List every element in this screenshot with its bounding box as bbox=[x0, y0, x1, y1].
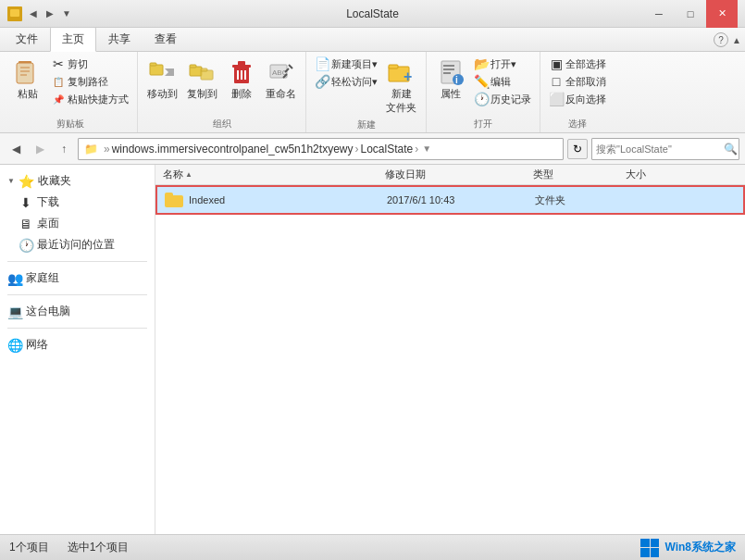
new-small-buttons: 📄 新建项目▾ 🔗 轻松访问▾ bbox=[312, 56, 380, 90]
refresh-button[interactable]: ↻ bbox=[567, 139, 588, 159]
delete-button[interactable]: 删除 bbox=[223, 56, 260, 103]
edit-icon: ✏️ bbox=[474, 74, 489, 89]
file-list: 名称 ▲ 修改日期 类型 大小 Indexed 2017/6/1 10:43 文… bbox=[155, 165, 745, 534]
sidebar-item-desktop[interactable]: 🖥 桌面 bbox=[0, 213, 155, 234]
search-icon[interactable]: 🔍 bbox=[724, 143, 738, 156]
open-button[interactable]: 📂 打开▾ bbox=[471, 56, 534, 72]
sidebar-divider-1 bbox=[7, 261, 147, 262]
select-none-button[interactable]: □ 全部取消 bbox=[546, 73, 609, 90]
status-brand: Win8系统之家 bbox=[640, 539, 736, 557]
thispc-label: 这台电脑 bbox=[26, 304, 70, 319]
svg-rect-6 bbox=[150, 63, 156, 66]
col-type-header[interactable]: 类型 bbox=[529, 168, 622, 181]
help-button[interactable]: ? bbox=[714, 32, 728, 47]
invert-selection-button[interactable]: ⬜ 反向选择 bbox=[546, 91, 609, 107]
history-button[interactable]: 🕐 历史记录 bbox=[471, 91, 534, 107]
selected-count: 选中1个项目 bbox=[68, 540, 130, 555]
svg-rect-5 bbox=[150, 65, 163, 75]
col-name-header[interactable]: 名称 ▲ bbox=[159, 168, 381, 181]
minimize-button[interactable]: ─ bbox=[643, 0, 675, 28]
svg-rect-3 bbox=[20, 70, 30, 72]
copy-to-button[interactable]: 复制到 bbox=[183, 56, 221, 103]
sort-arrow-icon: ▲ bbox=[185, 170, 192, 179]
move-to-label: 移动到 bbox=[147, 87, 178, 101]
new-content: 📄 新建项目▾ 🔗 轻松访问▾ + 新建 文件夹 bbox=[312, 56, 420, 117]
ribbon-collapse[interactable]: ▲ bbox=[732, 35, 741, 45]
win8-tile-3 bbox=[640, 548, 650, 557]
open-icon: 📂 bbox=[474, 56, 489, 71]
select-all-button[interactable]: ▣ 全部选择 bbox=[546, 56, 609, 72]
address-part-current[interactable]: LocalState bbox=[360, 143, 413, 156]
sidebar-header-network[interactable]: 🌐 网络 bbox=[0, 334, 155, 355]
address-dropdown[interactable]: ▼ bbox=[422, 143, 431, 154]
svg-text:i: i bbox=[455, 75, 458, 85]
quick-access-dropdown[interactable]: ▼ bbox=[59, 6, 74, 21]
rename-label: 重命名 bbox=[266, 87, 296, 101]
download-label: 下载 bbox=[37, 194, 59, 210]
sidebar-item-download[interactable]: ⬇ 下载 bbox=[0, 192, 155, 213]
edit-button[interactable]: ✏️ 编辑 bbox=[471, 73, 534, 90]
file-row-indexed[interactable]: Indexed 2017/6/1 10:43 文件夹 bbox=[155, 185, 745, 215]
cut-button[interactable]: ✂ 剪切 bbox=[48, 56, 131, 72]
svg-rect-4 bbox=[20, 74, 27, 76]
col-date-header[interactable]: 修改日期 bbox=[381, 168, 529, 181]
status-info: 1个项目 选中1个项目 bbox=[9, 540, 129, 555]
new-folder-label: 新建 文件夹 bbox=[386, 87, 416, 115]
window-title: LocalState bbox=[346, 7, 399, 20]
paste-button[interactable]: 粘贴 bbox=[9, 56, 46, 103]
address-folder-icon: 📁 bbox=[84, 143, 98, 156]
easy-access-icon: 🔗 bbox=[315, 74, 329, 89]
copy-path-button[interactable]: 📋 复制路径 bbox=[48, 73, 131, 90]
quick-access-forward[interactable]: ▶ bbox=[43, 6, 57, 21]
paste-shortcut-button[interactable]: 📌 粘贴快捷方式 bbox=[48, 91, 131, 107]
nav-forward-button[interactable]: ▶ bbox=[30, 139, 50, 159]
move-to-button[interactable]: 移动到 bbox=[143, 56, 181, 103]
win8-logo: Win8系统之家 bbox=[640, 539, 736, 557]
win8-tiles-icon bbox=[640, 539, 659, 557]
tab-file[interactable]: 文件 bbox=[4, 27, 50, 51]
sidebar-header-homegroup[interactable]: 👥 家庭组 bbox=[0, 268, 155, 289]
search-input[interactable] bbox=[596, 143, 724, 155]
sidebar-item-recent[interactable]: 🕐 最近访问的位置 bbox=[0, 234, 155, 255]
open-small-buttons: 📂 打开▾ ✏️ 编辑 🕐 历史记录 bbox=[471, 56, 534, 107]
svg-rect-11 bbox=[201, 68, 207, 71]
win8-tile-2 bbox=[651, 539, 660, 548]
svg-rect-29 bbox=[443, 72, 451, 74]
svg-point-30 bbox=[453, 74, 464, 85]
select-none-icon: □ bbox=[549, 74, 564, 89]
svg-rect-1 bbox=[17, 63, 33, 83]
tab-share[interactable]: 共享 bbox=[96, 27, 143, 51]
nav-up-button[interactable]: ↑ bbox=[54, 139, 74, 159]
rename-button[interactable]: ABC 重命名 bbox=[262, 56, 300, 103]
close-button[interactable]: ✕ bbox=[706, 0, 738, 28]
properties-button[interactable]: i 属性 bbox=[432, 56, 469, 103]
sidebar-favorites: ▼ ⭐ 收藏夹 ⬇ 下载 🖥 桌面 🕐 最近访问的位置 bbox=[0, 170, 155, 255]
address-part-parent[interactable]: windows.immersivecontrolpanel_cw5n1h2txy… bbox=[112, 143, 354, 156]
paste-icon bbox=[13, 57, 43, 87]
sidebar-header-favorites[interactable]: ▼ ⭐ 收藏夹 bbox=[0, 170, 155, 192]
easy-access-button[interactable]: 🔗 轻松访问▾ bbox=[312, 73, 380, 90]
tab-home[interactable]: 主页 bbox=[50, 27, 96, 52]
organize-group: 移动到 复制到 bbox=[138, 52, 306, 132]
col-size-header[interactable]: 大小 bbox=[622, 168, 696, 181]
brand-text: Win8系统之家 bbox=[664, 540, 736, 555]
clipboard-group: 粘贴 ✂ 剪切 📋 复制路径 📌 粘贴快捷方式 剪贴板 bbox=[4, 52, 138, 132]
sidebar-header-thispc[interactable]: 💻 这台电脑 bbox=[0, 301, 155, 322]
maximize-button[interactable]: □ bbox=[675, 0, 706, 28]
tab-view[interactable]: 查看 bbox=[143, 27, 189, 51]
sidebar: ▼ ⭐ 收藏夹 ⬇ 下载 🖥 桌面 🕐 最近访问的位置 👥 家庭组 bbox=[0, 165, 155, 534]
address-path[interactable]: 📁 » windows.immersivecontrolpanel_cw5n1h… bbox=[78, 138, 564, 160]
quick-access-back[interactable]: ◀ bbox=[26, 6, 41, 21]
new-item-button[interactable]: 📄 新建项目▾ bbox=[312, 56, 380, 72]
clipboard-small-buttons: ✂ 剪切 📋 复制路径 📌 粘贴快捷方式 bbox=[48, 56, 131, 107]
paste-shortcut-icon: 📌 bbox=[51, 92, 66, 106]
select-buttons: ▣ 全部选择 □ 全部取消 ⬜ 反向选择 bbox=[546, 56, 609, 107]
address-bar: ◀ ▶ ↑ 📁 » windows.immersivecontrolpanel_… bbox=[0, 133, 745, 165]
new-folder-button[interactable]: + 新建 文件夹 bbox=[382, 56, 420, 117]
recent-icon: 🕐 bbox=[19, 238, 33, 253]
homegroup-label: 家庭组 bbox=[26, 270, 59, 286]
win8-tile-4 bbox=[651, 548, 660, 557]
nav-back-button[interactable]: ◀ bbox=[6, 139, 26, 159]
clipboard-label: 剪贴板 bbox=[56, 118, 84, 131]
sidebar-divider-2 bbox=[7, 294, 147, 295]
